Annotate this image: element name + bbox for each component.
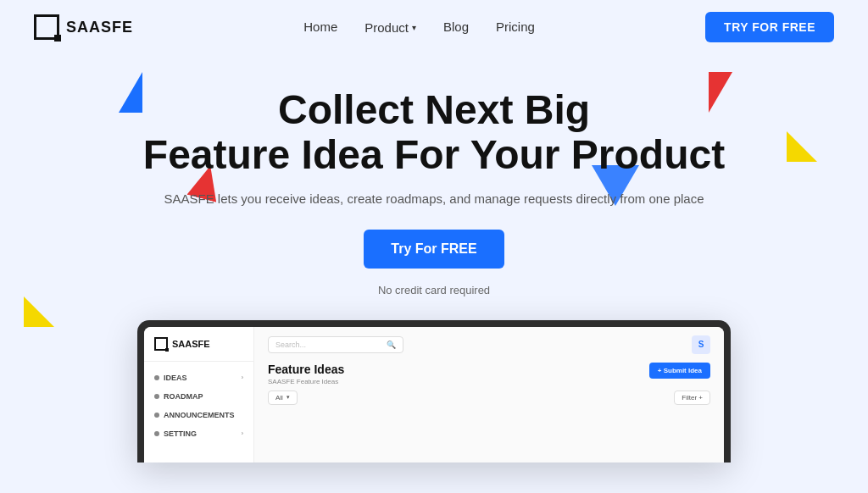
preview-feature-header: Feature Ideas SAASFE Feature Ideas + Sub… bbox=[268, 363, 710, 385]
preview-logo-text: SAASFE bbox=[172, 339, 210, 349]
preview-filter-row: All ▾ Filter + bbox=[268, 391, 710, 405]
search-icon: 🔍 bbox=[387, 341, 396, 349]
preview-nav-ideas[interactable]: IDEAS › bbox=[144, 368, 253, 387]
hero-cta-button[interactable]: Try For FREE bbox=[364, 230, 504, 269]
ideas-icon bbox=[154, 375, 159, 380]
logo-icon bbox=[34, 14, 59, 40]
preview-feature-title-block: Feature Ideas SAASFE Feature Ideas bbox=[268, 363, 344, 385]
navbar: SAASFE Home Product ▾ Blog Pricing TRY F… bbox=[0, 0, 868, 54]
search-placeholder-text: Search... bbox=[275, 341, 306, 349]
preview-filter-button[interactable]: Filter + bbox=[674, 391, 710, 405]
nav-pricing[interactable]: Pricing bbox=[496, 19, 535, 34]
nav-home[interactable]: Home bbox=[303, 19, 337, 34]
setting-chevron-icon: › bbox=[242, 430, 243, 436]
preview-feature-subtitle: SAASFE Feature Ideas bbox=[268, 378, 344, 385]
announcements-icon bbox=[154, 413, 159, 418]
no-credit-card-text: No credit card required bbox=[17, 284, 851, 296]
chevron-down-icon: ▾ bbox=[412, 23, 416, 32]
preview-logo-icon bbox=[154, 337, 168, 351]
nav-blog[interactable]: Blog bbox=[443, 19, 469, 34]
nav-links: Home Product ▾ Blog Pricing bbox=[303, 19, 535, 35]
hero-subtitle: SAASFE lets you receive ideas, create ro… bbox=[17, 191, 851, 206]
nav-product[interactable]: Product ▾ bbox=[364, 20, 416, 35]
preview-nav-setting[interactable]: SETTING › bbox=[144, 424, 253, 443]
nav-cta-button[interactable]: TRY FOR FREE bbox=[705, 12, 834, 42]
preview-feature-title: Feature Ideas bbox=[268, 363, 344, 376]
logo[interactable]: SAASFE bbox=[34, 14, 133, 40]
app-preview: SAASFE IDEAS › ROADMAP bbox=[137, 320, 731, 463]
preview-logo: SAASFE bbox=[144, 337, 253, 362]
hero-title: Collect Next Big Feature Idea For Your P… bbox=[17, 88, 851, 178]
preview-sidebar: SAASFE IDEAS › ROADMAP bbox=[144, 327, 254, 463]
hero-section: Collect Next Big Feature Idea For Your P… bbox=[0, 54, 868, 313]
preview-avatar[interactable]: S bbox=[692, 335, 710, 354]
setting-icon bbox=[154, 431, 159, 436]
ideas-chevron-icon: › bbox=[242, 374, 243, 380]
app-preview-inner: SAASFE IDEAS › ROADMAP bbox=[144, 327, 724, 463]
preview-nav-roadmap[interactable]: ROADMAP bbox=[144, 387, 253, 406]
preview-submit-idea-button[interactable]: + Submit Idea bbox=[649, 363, 710, 379]
logo-text: SAASFE bbox=[66, 19, 133, 36]
roadmap-icon bbox=[154, 394, 159, 399]
preview-search-bar: Search... 🔍 S bbox=[268, 335, 710, 354]
dropdown-chevron-icon: ▾ bbox=[287, 394, 290, 401]
preview-main-content: Search... 🔍 S Feature Ideas SAASFE Featu… bbox=[254, 327, 724, 463]
preview-search-field[interactable]: Search... 🔍 bbox=[268, 336, 403, 353]
preview-all-dropdown[interactable]: All ▾ bbox=[268, 391, 298, 405]
preview-nav-announcements[interactable]: ANNOUNCEMENTS bbox=[144, 406, 253, 424]
app-preview-wrapper: SAASFE IDEAS › ROADMAP bbox=[0, 320, 868, 463]
